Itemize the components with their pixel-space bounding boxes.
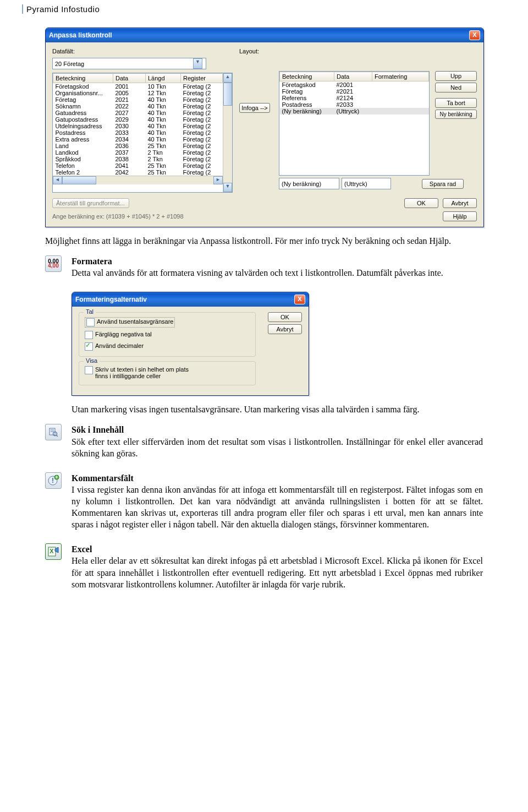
table-row[interactable]: Postadress#2033 [280,101,429,108]
col-header[interactable]: Formatering [372,72,429,81]
visa-group: Visa Skriv ut texten i sin helhet om pla… [79,361,256,385]
svg-line-4 [57,435,58,437]
left-listbox[interactable]: Beteckning Data Längd Register Företagsk… [53,73,223,176]
ange-berakning-hint: Ange beräkning ex: (#1039 + #1045) * 2 +… [52,213,184,220]
vertical-scrollbar[interactable]: ▲ ▼ [223,73,232,192]
spararad-button[interactable]: Spara rad [422,179,464,189]
layout-label: Layout: [239,48,272,55]
col-header[interactable]: Längd [146,74,181,83]
table-row[interactable]: Extra adress203440 TknFöretag (2 [53,136,223,143]
visa-legend: Visa [84,357,100,364]
svg-text:+: + [55,475,58,480]
svg-text:!: ! [52,477,54,484]
dialog-formateringsalternativ: Formateringsalternativ X Tal Använd tuse… [72,292,309,396]
uttryck-input[interactable] [342,178,391,189]
table-row[interactable]: Gatupostadress202940 TknFöretag (2 [53,116,223,123]
col-header[interactable]: Data [113,74,146,83]
svg-text:X: X [50,548,54,554]
excel-title: Excel [72,544,92,554]
decimal-format-icon: 0,004,00 [45,255,62,272]
nyberakning-input[interactable] [279,178,339,189]
col-header[interactable]: Data [334,72,372,81]
datafalt-select[interactable] [52,58,206,69]
upp-button[interactable]: Upp [435,71,477,81]
sok-text: Sök efter text eller siffervärden inom d… [72,437,483,458]
formatera-text: Detta val används för att formatera visn… [72,268,443,277]
checkbox-tusentals[interactable] [86,318,95,326]
tal-legend: Tal [84,308,96,315]
chk-label: Färglägg negativa tal [95,331,152,338]
table-row[interactable]: Söknamn202240 TknFöretag (2 [53,103,223,110]
paragraph: Utan markering visas ingen tusentalsavgr… [72,404,483,415]
datafalt-label: Datafält: [52,48,233,55]
checkbox-decimaler[interactable] [85,342,93,351]
tal-group: Tal Använd tusentalsavgränsare Färglägg … [79,312,256,357]
table-row[interactable]: Postadress203340 TknFöretag (2 [53,129,223,136]
page-header: Pyramid Infostudio [22,4,528,14]
table-row[interactable]: Företag#2021 [280,88,429,95]
close-icon[interactable]: X [469,30,480,40]
paragraph: Möjlighet finns att lägga in beräkningar… [45,235,483,247]
checkbox-skrivut[interactable] [85,366,93,374]
dialog2-title: Formateringsalternativ [75,296,147,303]
table-row[interactable]: Utdelningsadress203040 TknFöretag (2 [53,123,223,129]
checkbox-farglagg[interactable] [85,331,93,339]
ok-button[interactable]: OK [268,312,302,322]
hjalp-button[interactable]: Hjälp [443,211,477,221]
tabort-button[interactable]: Ta bort [435,98,477,108]
right-listbox[interactable]: Beteckning Data Formatering Företagskod#… [279,72,429,175]
table-row[interactable]: Organisationsnr...200512 TknFöretag (2 [53,90,223,96]
table-row[interactable]: Företag202140 TknFöretag (2 [53,96,223,103]
table-row[interactable]: Referens#2124 [280,95,429,101]
avbryt-button[interactable]: Avbryt [443,198,477,208]
horizontal-scrollbar[interactable]: ◄► [53,176,223,184]
dialog-anpassa-listkontroll: Anpassa listkontroll X Datafält: ▼ [45,28,484,227]
ned-button[interactable]: Ned [435,83,477,92]
table-row[interactable]: Företagskod200110 TknFöretag (2 [53,83,223,90]
kommentar-text: I vissa register kan denna ikon användas… [72,485,483,529]
nyberakning-button[interactable]: Ny beräkning [435,110,477,119]
infoga-button[interactable]: Infoga --> [239,103,270,113]
table-row[interactable]: Landkod20372 TknFöretag (2 [53,149,223,156]
excel-text: Hela eller delar av ett sökresultat kan … [72,556,483,588]
sok-title: Sök i Innehåll [72,425,124,434]
chk-label: Använd decimaler [95,343,144,350]
col-header[interactable]: Beteckning [53,74,113,83]
col-header[interactable]: Beteckning [280,72,334,81]
ok-button[interactable]: OK [404,198,438,208]
dialog1-title: Anpassa listkontroll [49,31,112,39]
chk-label: Skriv ut texten i sin helhet om plats fi… [95,366,194,379]
search-content-icon [45,424,62,440]
avbryt-button[interactable]: Avbryt [268,324,302,334]
chk-label: Använd tusentalsavgränsare [97,319,173,325]
close-icon[interactable]: X [294,295,305,304]
table-row[interactable]: (Ny beräkning)(Uttryck) [280,108,429,115]
table-row[interactable]: Telefon 2204225 TknFöretag (2 [53,169,223,176]
table-row[interactable]: Företagskod#2001 [280,81,429,89]
table-row[interactable]: Gatuadress202740 TknFöretag (2 [53,110,223,116]
kommentar-title: Kommentarsfält [72,473,134,483]
table-row[interactable]: Språkkod20382 TknFöretag (2 [53,156,223,162]
table-row[interactable]: Telefon204125 TknFöretag (2 [53,162,223,169]
table-row[interactable]: Land203625 TknFöretag (2 [53,143,223,149]
comment-field-icon: !+ [45,472,62,489]
chevron-down-icon[interactable]: ▼ [193,58,202,69]
col-header[interactable]: Register [181,74,223,83]
excel-icon: X [45,543,62,560]
aterstall-button[interactable]: Återställ till grundformat... [52,198,129,208]
formatera-title: Formatera [72,257,112,266]
